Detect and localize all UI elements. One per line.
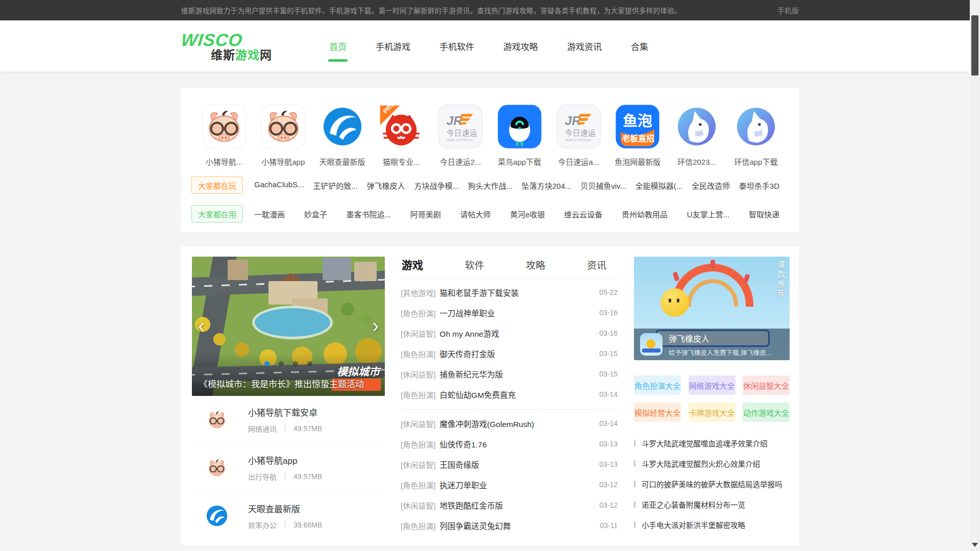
- hot-play-link-0[interactable]: GachaClubS...: [254, 180, 304, 191]
- hot-use-link-5[interactable]: 黄河e收银: [510, 209, 545, 219]
- hot-play-link-7[interactable]: 全能模拟器(...: [635, 180, 683, 191]
- news-title[interactable]: 一刀战神单职业: [439, 307, 599, 318]
- hot-play-link-5[interactable]: 坠落方块204...: [522, 180, 572, 191]
- news-title[interactable]: Oh my Anne游戏: [439, 328, 599, 339]
- news-title[interactable]: 捕鱼新纪元华为版: [439, 368, 599, 380]
- news-item[interactable]: [角色扮演]白蛇仙劫GM免费直充03-14: [401, 384, 618, 405]
- article-title[interactable]: 可口的披萨美味的披萨大数据结局选举报吗: [642, 479, 782, 489]
- nav-item-game-guides[interactable]: 游戏攻略: [503, 35, 538, 58]
- scrollbar-track[interactable]: [970, 0, 980, 551]
- tab-games[interactable]: 游戏: [402, 257, 423, 272]
- tag-card-games[interactable]: 卡牌游戏大全: [689, 403, 736, 422]
- news-item[interactable]: [角色扮演]执迷刀单职业03-12: [401, 474, 618, 495]
- nav-item-mobile-apps[interactable]: 手机软件: [439, 35, 474, 58]
- hot-play-link-3[interactable]: 方块战争模...: [414, 180, 459, 191]
- hot-use-link-8[interactable]: U友掌上营...: [687, 209, 729, 219]
- hot-use-link-7[interactable]: 贵州幼教用品: [622, 209, 668, 219]
- promo-banner[interactable]: 爆款推荐 弹飞橡皮人 给予弹飞橡皮人免费下载,弹飞橡皮...: [634, 257, 790, 360]
- tag-simulation[interactable]: 模拟经营大全: [634, 403, 681, 422]
- nav-item-collections[interactable]: 合集: [631, 35, 648, 58]
- nav-item-game-news[interactable]: 游戏资讯: [567, 35, 602, 58]
- hot-use-link-9[interactable]: 智取快递: [749, 209, 779, 219]
- article-item[interactable]: 斗罗大陆武魂觉醒噬血追魂矛效果介绍: [634, 438, 790, 448]
- news-item[interactable]: [休闲益智]地铁跑酷红金币版03-12: [401, 495, 618, 515]
- carousel-dot[interactable]: [264, 361, 270, 366]
- top-app-item-2[interactable]: 天眼查最新版: [317, 104, 368, 167]
- hot-use-link-4[interactable]: 请帖大师: [460, 209, 491, 219]
- tab-guides[interactable]: 攻略: [526, 258, 545, 271]
- news-title[interactable]: 王国奇缘版: [439, 459, 599, 470]
- scrollbar-down-icon[interactable]: [972, 543, 978, 547]
- download-item-title[interactable]: 小猪导航下载安卓: [248, 406, 322, 418]
- article-title[interactable]: 斗罗大陆武魂觉醒烈火炽心效果介绍: [642, 458, 760, 469]
- hot-use-link-0[interactable]: 一耽漫画: [254, 209, 285, 219]
- article-title[interactable]: 诺亚之心装备附魔材料分布一览: [642, 499, 745, 510]
- promo-title[interactable]: 弹飞橡皮人: [669, 332, 771, 344]
- news-title[interactable]: 御天传奇打金版: [439, 348, 599, 359]
- mobile-version-link[interactable]: 手机版: [777, 5, 799, 15]
- top-app-item-6[interactable]: JR今日速运JINRI EXPRESS 今日速运a...: [553, 104, 604, 167]
- tab-news[interactable]: 资讯: [587, 258, 606, 271]
- top-app-item-4[interactable]: JR今日速运JINRI EXPRESS 今日速运2...: [435, 104, 486, 167]
- top-app-item-0[interactable]: 小猪导航...: [199, 104, 250, 167]
- download-item-title[interactable]: 天眼查最新版: [248, 502, 322, 515]
- tag-casual-puzzle[interactable]: 休闲益智大全: [743, 375, 790, 395]
- news-title[interactable]: 猫和老鼠手游下载安装: [439, 287, 599, 298]
- carousel-dot[interactable]: [307, 361, 312, 366]
- hot-use-link-3[interactable]: 阿哥美剧: [410, 209, 441, 219]
- news-item[interactable]: [休闲益智]Oh my Anne游戏03-16: [401, 323, 618, 343]
- top-app-item-5[interactable]: 菜鸟app下载: [494, 104, 545, 167]
- download-item-2[interactable]: 天眼查最新版 效率办公 39.68MB: [192, 492, 385, 540]
- chevron-right-icon[interactable]: ›: [372, 315, 379, 336]
- hot-play-link-1[interactable]: 王铲铲的致...: [313, 180, 358, 191]
- carousel-dot[interactable]: [279, 361, 284, 366]
- nav-item-home[interactable]: 首页: [329, 35, 347, 58]
- download-item-1[interactable]: 小猪导航app 出行导航 49.57MB: [192, 444, 385, 492]
- news-title[interactable]: 仙侠传奇1.76: [439, 438, 599, 449]
- article-item[interactable]: 小手电大派对新洪半堡解密攻略: [634, 519, 790, 530]
- top-app-item-1[interactable]: 小猪导航app: [258, 104, 309, 167]
- hot-use-link-6[interactable]: 维云云设备: [564, 209, 602, 219]
- nav-item-mobile-games[interactable]: 手机游戏: [376, 35, 410, 58]
- article-title[interactable]: 小手电大派对新洪半堡解密攻略: [642, 519, 745, 530]
- carousel-dot[interactable]: [293, 361, 298, 366]
- download-item-title[interactable]: 小猪导航app: [248, 454, 322, 466]
- hot-play-link-6[interactable]: 贝贝捕鱼viv...: [580, 180, 626, 191]
- news-title[interactable]: 白蛇仙劫GM免费直充: [439, 389, 599, 400]
- article-item[interactable]: 可口的披萨美味的披萨大数据结局选举报吗: [634, 479, 790, 489]
- article-item[interactable]: 斗罗大陆武魂觉醒烈火炽心效果介绍: [634, 458, 790, 469]
- hot-play-link-4[interactable]: 狗头大作战...: [468, 180, 513, 191]
- news-title[interactable]: 列国争霸送灵兔幻舞: [439, 520, 600, 531]
- top-app-item-3[interactable]: PRO 猫眼专业...: [376, 104, 427, 167]
- hot-use-link-1[interactable]: 妙盒子: [304, 209, 327, 219]
- news-title[interactable]: 魔像冲刺游戏(GolemRush): [439, 418, 599, 429]
- tag-roleplay[interactable]: 角色扮演大全: [634, 375, 681, 395]
- chevron-left-icon[interactable]: ‹: [198, 315, 205, 336]
- site-logo[interactable]: WISCO 维斯游戏网: [181, 31, 299, 61]
- article-title[interactable]: 斗罗大陆武魂觉醒噬血追魂矛效果介绍: [642, 438, 768, 448]
- top-app-item-9[interactable]: 环信app下载: [730, 104, 781, 167]
- news-item[interactable]: [其他游戏]猫和老鼠手游下载安装05-22: [401, 282, 618, 303]
- hot-use-link-2[interactable]: 墨客书院追...: [347, 209, 391, 219]
- news-item[interactable]: [角色扮演]一刀战神单职业03-16: [401, 303, 618, 323]
- download-item-0[interactable]: 小猪导航下载安卓 网络通讯 49.57MB: [192, 396, 385, 444]
- tab-software[interactable]: 软件: [465, 258, 484, 271]
- news-item[interactable]: [角色扮演]御天传奇打金版03-15: [401, 343, 618, 364]
- news-item[interactable]: [休闲益智]王国奇缘版03-13: [401, 454, 618, 474]
- news-title[interactable]: 地铁跑酷红金币版: [439, 499, 599, 511]
- news-item[interactable]: [休闲益智]魔像冲刺游戏(GolemRush)03-14: [401, 413, 618, 434]
- news-item[interactable]: [角色扮演]列国争霸送灵兔幻舞03-11: [401, 515, 618, 536]
- hot-play-link-2[interactable]: 弹飞橡皮人: [367, 180, 405, 191]
- scrollbar-thumb[interactable]: [971, 15, 978, 76]
- hot-play-link-9[interactable]: 泰坦杀手3D: [739, 180, 779, 191]
- tag-online-games[interactable]: 网络游戏大全: [689, 375, 736, 395]
- hot-play-link-8[interactable]: 全民改造师: [692, 180, 730, 191]
- top-app-item-7[interactable]: 鱼泡老板直招 鱼泡网最新版: [612, 104, 663, 167]
- news-item[interactable]: [休闲益智]捕鱼新纪元华为版03-15: [401, 364, 618, 384]
- news-item[interactable]: [角色扮演]仙侠传奇1.7603-13: [401, 434, 618, 454]
- carousel-caption[interactable]: 《模拟城市：我是市长》推出惊蛰主题活动: [199, 377, 364, 390]
- news-title[interactable]: 执迷刀单职业: [439, 479, 599, 490]
- article-item[interactable]: 诺亚之心装备附魔材料分布一览: [634, 499, 790, 510]
- tag-action-games[interactable]: 动作游戏大全: [743, 403, 790, 422]
- top-app-item-8[interactable]: 环信2023...: [671, 104, 722, 167]
